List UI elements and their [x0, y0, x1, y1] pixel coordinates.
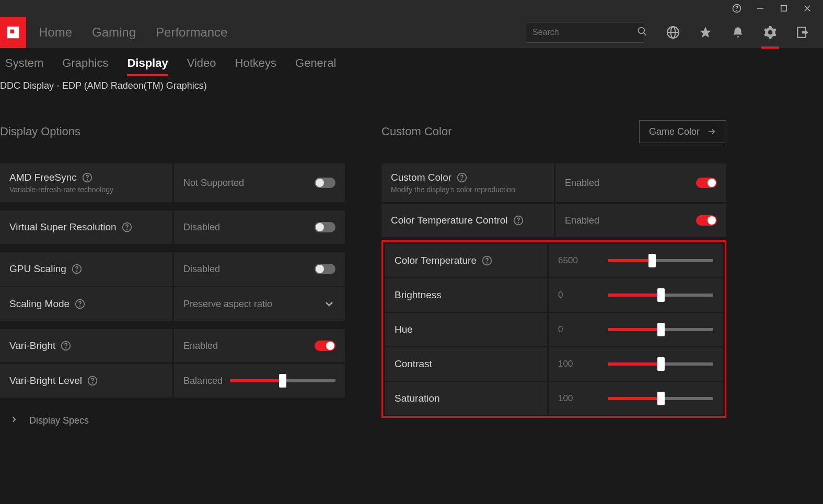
- hue-value: 0: [558, 324, 589, 335]
- scaling-mode-dropdown[interactable]: Preserve aspect ratio: [174, 287, 345, 321]
- custom-color-title: Custom Color: [381, 125, 451, 138]
- top-nav: Home Gaming Performance: [0, 17, 823, 48]
- brightness-slider[interactable]: [601, 294, 713, 297]
- display-specs-expander[interactable]: Display Specs: [0, 399, 345, 442]
- sub-tab-hotkeys[interactable]: Hotkeys: [235, 56, 276, 70]
- contrast-slider[interactable]: [601, 362, 713, 366]
- ctc-status: Enabled: [565, 215, 599, 226]
- row-vari-bright: Vari-Bright Enabled: [0, 329, 345, 362]
- color-temp-label: Color Temperature: [395, 255, 477, 266]
- svg-point-15: [126, 229, 127, 230]
- tab-gaming[interactable]: Gaming: [92, 25, 136, 40]
- freesync-status: Not Supported: [183, 178, 244, 189]
- sub-tab-graphics[interactable]: Graphics: [62, 56, 108, 70]
- vsr-status: Disabled: [183, 222, 220, 233]
- svg-rect-3: [781, 6, 786, 11]
- help-icon[interactable]: [122, 222, 132, 232]
- help-icon[interactable]: [513, 215, 524, 226]
- ctc-label: Color Temperature Control: [391, 215, 508, 226]
- close-button[interactable]: [795, 0, 819, 17]
- row-gpu-scaling: GPU Scaling Disabled: [0, 252, 345, 286]
- gpu-scaling-status: Disabled: [183, 264, 220, 275]
- bell-icon[interactable]: [729, 26, 747, 39]
- vari-bright-toggle[interactable]: [315, 341, 335, 351]
- brightness-value: 0: [558, 290, 589, 300]
- hue-slider[interactable]: [601, 328, 713, 331]
- window-chrome: [0, 0, 823, 17]
- help-icon[interactable]: [87, 376, 98, 386]
- color-temp-slider[interactable]: [601, 259, 713, 262]
- row-custom-color: Custom Color Modify the display's color …: [381, 163, 726, 202]
- gpu-scaling-label: GPU Scaling: [9, 263, 66, 275]
- help-icon[interactable]: [457, 172, 467, 183]
- custom-color-status: Enabled: [565, 178, 599, 189]
- row-scaling-mode: Scaling Mode Preserve aspect ratio: [0, 287, 345, 321]
- help-icon[interactable]: [482, 255, 492, 266]
- vari-bright-slider[interactable]: [223, 379, 335, 382]
- exit-icon[interactable]: [794, 26, 812, 39]
- saturation-slider[interactable]: [601, 397, 713, 400]
- row-hue: Hue 0: [385, 313, 723, 346]
- help-icon[interactable]: [72, 264, 82, 274]
- tab-performance[interactable]: Performance: [156, 25, 227, 40]
- sub-nav: System Graphics Display Video Hotkeys Ge…: [0, 48, 823, 78]
- help-icon[interactable]: [725, 0, 748, 17]
- custom-color-section: Custom Color Game Color Custom Color Mod…: [381, 119, 726, 442]
- search-box[interactable]: [526, 22, 643, 43]
- svg-point-21: [66, 348, 66, 348]
- search-input[interactable]: [532, 28, 637, 37]
- custom-color-desc: Modify the display's color reproduction: [391, 185, 544, 194]
- saturation-label: Saturation: [395, 393, 440, 404]
- web-icon[interactable]: [664, 26, 682, 39]
- tab-home[interactable]: Home: [39, 25, 72, 40]
- vsr-toggle[interactable]: [315, 222, 335, 232]
- svg-point-13: [87, 180, 87, 180]
- contrast-label: Contrast: [395, 358, 432, 370]
- svg-point-6: [639, 28, 645, 34]
- sub-tab-general[interactable]: General: [295, 56, 336, 70]
- sub-tab-system[interactable]: System: [5, 56, 43, 70]
- vsr-label: Virtual Super Resolution: [9, 221, 117, 233]
- freesync-label: AMD FreeSync: [9, 172, 77, 183]
- help-icon[interactable]: [75, 299, 85, 309]
- contrast-value: 100: [558, 359, 589, 369]
- row-brightness: Brightness 0: [385, 278, 723, 312]
- row-vsr: Virtual Super Resolution Disabled: [0, 210, 345, 244]
- maximize-button[interactable]: [772, 0, 795, 17]
- svg-point-23: [92, 383, 93, 383]
- vari-bright-level-label: Vari-Bright Level: [9, 375, 82, 386]
- help-icon[interactable]: [61, 341, 71, 351]
- color-temp-value: 6500: [558, 255, 589, 266]
- svg-point-28: [518, 222, 518, 223]
- svg-point-19: [80, 306, 80, 307]
- minimize-button[interactable]: [748, 0, 772, 17]
- row-color-temp-control: Color Temperature Control Enabled: [381, 204, 726, 237]
- svg-point-17: [76, 271, 77, 272]
- custom-color-toggle[interactable]: [696, 178, 717, 188]
- main-tabs: Home Gaming Performance: [26, 17, 227, 48]
- sub-tab-display[interactable]: Display: [127, 56, 168, 70]
- vari-bright-label: Vari-Bright: [9, 340, 55, 351]
- game-color-button[interactable]: Game Color: [639, 120, 726, 143]
- vari-bright-status: Enabled: [183, 341, 218, 351]
- brightness-label: Brightness: [395, 289, 442, 301]
- gpu-scaling-toggle[interactable]: [315, 264, 335, 274]
- saturation-value: 100: [558, 393, 589, 404]
- display-specs-label: Display Specs: [29, 415, 89, 426]
- hue-label: Hue: [395, 324, 413, 335]
- amd-logo[interactable]: [0, 17, 26, 48]
- top-icons: [653, 17, 823, 48]
- star-icon[interactable]: [697, 26, 714, 39]
- chevron-right-icon: [9, 415, 19, 426]
- display-options-section: Display Options AMD FreeSync Variable-re…: [0, 119, 345, 442]
- row-saturation: Saturation 100: [385, 382, 723, 415]
- sub-tab-video[interactable]: Video: [187, 56, 216, 70]
- ctc-toggle[interactable]: [696, 215, 717, 226]
- game-color-label: Game Color: [649, 126, 700, 137]
- freesync-toggle[interactable]: [315, 178, 335, 188]
- row-vari-bright-level: Vari-Bright Level Balanced: [0, 364, 345, 397]
- svg-line-7: [644, 33, 646, 36]
- help-icon[interactable]: [82, 172, 92, 183]
- svg-point-26: [462, 180, 462, 180]
- gear-icon[interactable]: [761, 26, 779, 39]
